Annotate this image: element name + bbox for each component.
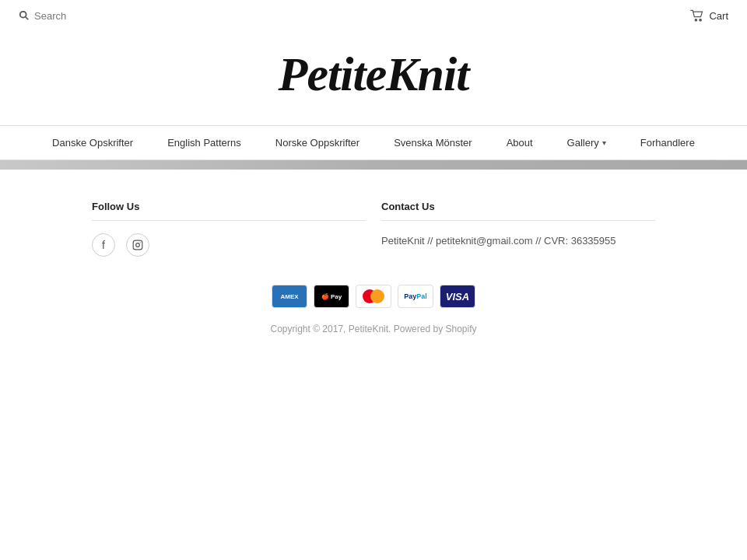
svg-point-5: [136, 243, 140, 247]
svg-point-0: [20, 12, 26, 18]
svg-point-3: [700, 19, 701, 21]
search-icon: [19, 10, 30, 21]
facebook-icon: f: [102, 239, 105, 251]
nav-item-svenska[interactable]: Svenska Mönster: [377, 126, 489, 159]
payment-amex: AMEX: [272, 285, 307, 308]
cart-icon: [690, 9, 704, 22]
svg-line-1: [26, 17, 29, 20]
copyright-text: Copyright © 2017, PetiteKnit. Powered by…: [92, 324, 655, 334]
nav-item-gallery[interactable]: Gallery ▾: [550, 126, 623, 159]
social-icons: f: [92, 233, 366, 257]
search-area: [19, 10, 128, 22]
svg-point-2: [696, 19, 697, 21]
site-logo[interactable]: PetiteKnit: [0, 47, 747, 102]
facebook-link[interactable]: f: [92, 233, 115, 257]
instagram-link[interactable]: [126, 233, 149, 257]
footer-columns: Follow Us f Contact Us PetiteKnit // pet: [92, 201, 655, 257]
gallery-dropdown-arrow: ▾: [602, 138, 606, 147]
contact-us-section: Contact Us PetiteKnit // petiteknit@gmai…: [381, 201, 655, 257]
footer: Follow Us f Contact Us PetiteKnit // pet: [0, 170, 747, 366]
nav-item-danske[interactable]: Danske Opskrifter: [35, 126, 150, 159]
payment-applepay: 🍎 Pay: [314, 285, 349, 308]
nav-item-about[interactable]: About: [489, 126, 550, 159]
main-nav: Danske Opskrifter English Patterns Norsk…: [0, 125, 747, 160]
logo-container: PetiteKnit: [0, 31, 747, 125]
mc-yellow-circle: [370, 289, 384, 303]
follow-us-section: Follow Us f: [92, 201, 366, 257]
nav-item-forhandlere[interactable]: Forhandlere: [623, 126, 712, 159]
nav-item-english[interactable]: English Patterns: [150, 126, 258, 159]
hero-image-strip: [0, 160, 747, 170]
header: Cart: [0, 0, 747, 31]
nav-item-norske[interactable]: Norske Oppskrifter: [258, 126, 377, 159]
contact-us-title: Contact Us: [381, 201, 655, 221]
follow-us-title: Follow Us: [92, 201, 366, 221]
payment-visa: VISA: [440, 285, 475, 308]
payment-methods: AMEX 🍎 Pay PayPal VISA: [92, 285, 655, 308]
svg-rect-4: [133, 240, 142, 250]
svg-point-6: [140, 242, 141, 243]
payment-mastercard: [356, 285, 391, 308]
instagram-icon: [132, 240, 143, 250]
search-input[interactable]: [34, 10, 128, 22]
cart-label: Cart: [709, 10, 728, 22]
mastercard-circles: [363, 289, 384, 303]
payment-paypal: PayPal: [398, 285, 433, 308]
cart-button[interactable]: Cart: [690, 9, 728, 22]
contact-text: PetiteKnit // petiteknit@gmail.com // CV…: [381, 233, 655, 250]
